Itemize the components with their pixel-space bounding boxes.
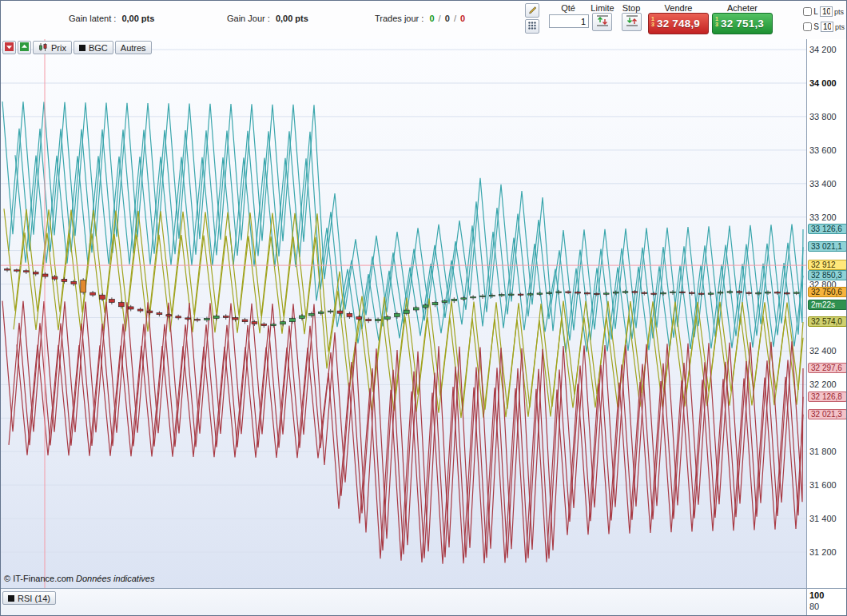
teal-indicator-value-chip: 33 021,1 (808, 241, 847, 252)
limit-pts-label: pts (834, 8, 844, 16)
copyright-notice: © IT-Finance.com Données indicatives (4, 574, 154, 583)
tab-bgc[interactable]: BGC (74, 41, 113, 54)
rsi-axis-label: 100 (809, 590, 824, 600)
green-up-arrow-icon (20, 42, 29, 54)
trades-loss-count: 0 (460, 14, 465, 23)
red-indicator-value-chip: 32 021,3 (808, 409, 847, 419)
rsi-pane: RSI (14) 100 80 (1, 588, 847, 616)
sell-button[interactable]: 13 32 748,9 (648, 13, 709, 34)
trading-platform-window: Gain latent : 0,00 pts Gain Jour : 0,00 … (0, 0, 847, 616)
price-axis-label: 32 200 (809, 380, 837, 389)
buy-size-badge: 13 (715, 16, 718, 27)
price-axis-label: 33 600 (809, 145, 837, 155)
tab-autres-label: Autres (121, 43, 146, 53)
stop-flag-row: S pts (803, 19, 845, 34)
trades-separator: / (454, 14, 456, 23)
limit-stop-flags: L pts S pts (803, 4, 845, 34)
quantity-input[interactable] (549, 14, 589, 28)
stop-points-input[interactable] (821, 22, 833, 32)
black-square-icon (8, 595, 14, 602)
order-toolbar: Gain latent : 0,00 pts Gain Jour : 0,00 … (1, 1, 846, 40)
trades-jour-label: Trades jour : (375, 14, 424, 23)
sell-header: Vendre (648, 3, 709, 13)
limit-order-button[interactable] (592, 13, 612, 31)
price-axis-label: 31 400 (809, 514, 837, 523)
red-indicator-value-chip: 32 297,6 (808, 363, 847, 373)
keypad-button[interactable] (525, 19, 539, 34)
tab-rsi-label: RSI (14) (18, 594, 50, 603)
copyright-text: © IT-Finance.com (4, 574, 74, 583)
limit-order-icon (595, 14, 610, 30)
price-axis-label: 31 200 (809, 547, 837, 557)
price-axis-label: 33 200 (809, 213, 837, 222)
price-axis-label: 31 600 (809, 480, 837, 490)
price-axis-label: 33 800 (809, 112, 837, 121)
quantity-label: Qté (549, 3, 587, 13)
buy-price: 32 751,3 (721, 18, 764, 30)
tab-bgc-label: BGC (89, 43, 108, 53)
tab-prix-label: Prix (51, 43, 66, 53)
gain-jour-stat: Gain Jour : 0,00 pts (227, 14, 308, 23)
limit-label: Limite (587, 3, 618, 13)
olive-indicator-value-chip: 32 574,0 (808, 316, 847, 327)
gain-latent-label: Gain latent : (69, 14, 116, 23)
price-axis-label: 32 400 (809, 346, 837, 356)
gain-jour-value: 0,00 pts (276, 14, 308, 23)
sell-size-badge: 13 (651, 16, 654, 27)
stop-flag-label: S (813, 22, 819, 31)
black-square-icon (79, 45, 85, 51)
up-arrow-button[interactable] (18, 41, 31, 54)
alert-level-chip: 32 912 (808, 260, 847, 270)
gain-latent-value: 0,00 pts (121, 14, 154, 23)
stop-order-icon (625, 14, 639, 30)
gain-jour-label: Gain Jour : (227, 14, 270, 23)
tab-prix[interactable]: Prix (33, 41, 72, 54)
price-axis-label: 33 400 (809, 179, 837, 189)
candle-countdown-chip: 2m22s (808, 300, 847, 310)
limit-flag-row: L pts (803, 4, 845, 19)
rsi-axis[interactable]: 100 80 (806, 589, 847, 616)
pencil-icon (527, 4, 538, 17)
buy-button[interactable]: 13 32 751,3 (712, 13, 773, 34)
price-axis[interactable]: 34 20034 00033 80033 60033 40033 20032 8… (806, 39, 847, 588)
price-axis-label: 34 000 (809, 78, 837, 88)
buy-header: Acheter (712, 3, 773, 13)
stop-order-button[interactable] (622, 13, 642, 31)
candlestick-icon (38, 42, 48, 54)
trades-flat-count: 0 (445, 14, 450, 23)
price-chart-canvas[interactable] (1, 39, 806, 588)
down-arrow-button[interactable] (2, 41, 16, 54)
tab-autres[interactable]: Autres (115, 41, 152, 54)
red-indicator-value-chip: 32 126,8 (808, 391, 847, 402)
trades-win-count: 0 (429, 14, 434, 23)
trades-jour-stat: Trades jour : 0 / 0 / 0 (375, 14, 465, 23)
main-chart-pane: Prix BGC Autres © IT-Finance.com Données… (1, 39, 847, 588)
rsi-axis-label: 80 (809, 602, 819, 611)
stop-checkbox[interactable] (803, 22, 812, 31)
gain-latent-stat: Gain latent : 0,00 pts (69, 14, 154, 23)
limit-flag-label: L (813, 7, 818, 16)
chart-tab-bar: Prix BGC Autres (2, 41, 152, 54)
last-price-chip: 32 750,6 (808, 287, 847, 297)
limit-checkbox[interactable] (803, 7, 812, 16)
trades-separator: / (439, 14, 441, 23)
tab-rsi[interactable]: RSI (14) (2, 591, 56, 605)
stop-pts-label: pts (835, 23, 845, 31)
order-tools-button[interactable] (525, 3, 539, 18)
indicative-data-text: Données indicatives (76, 574, 154, 583)
limit-points-input[interactable] (820, 6, 833, 17)
stop-label: Stop (617, 3, 646, 13)
price-axis-label: 34 200 (809, 45, 837, 54)
teal-indicator-value-chip: 32 850,3 (808, 270, 847, 280)
sell-price: 32 748,9 (657, 18, 700, 30)
red-down-arrow-icon (5, 42, 14, 54)
teal-indicator-value-chip: 33 126,6 (808, 224, 847, 234)
price-axis-label: 31 800 (809, 447, 837, 456)
keypad-icon (527, 21, 537, 33)
